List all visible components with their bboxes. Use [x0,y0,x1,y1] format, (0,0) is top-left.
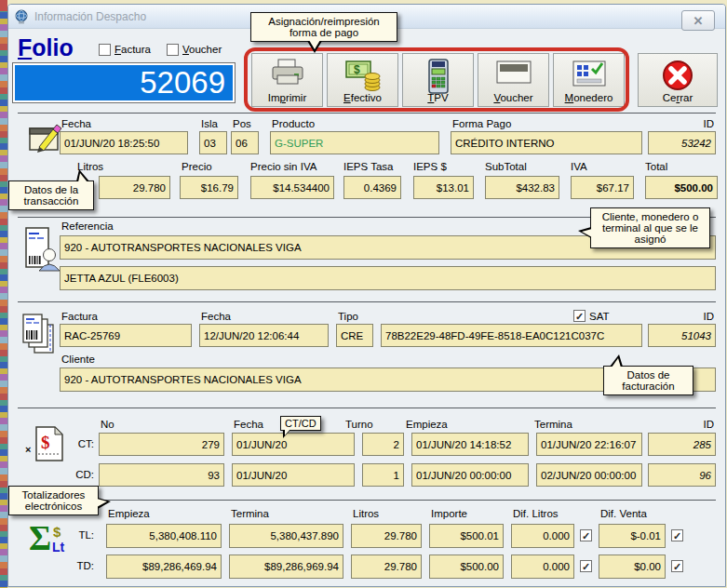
sat-checkbox[interactable]: ✓ [573,310,586,322]
customer-document-icon [24,226,60,273]
voucher-checkbox[interactable] [167,44,179,56]
tl-litros-field[interactable]: 29.780 [351,524,422,548]
imprimir-button-label: Imprimir [268,92,307,103]
dif-venta-label: Dif. Venta [600,508,647,519]
td-dif-litros-field[interactable]: 0.000 [511,555,574,579]
forma-pago-field[interactable]: CRÉDITO INTERNO [451,131,642,154]
folio-field[interactable]: 52069 [12,62,236,103]
factura-checkbox-label: Factura [114,44,151,55]
cd-label: CD: [64,469,94,480]
td-dif-venta-field[interactable]: $0.00 [599,555,666,579]
voucher-button[interactable]: Voucher [478,53,549,107]
payment-tooltip: Asignación/reimpresión forma de pago [250,12,397,42]
cd-id-field[interactable]: 96 [648,463,716,487]
td-importe-field[interactable]: $500.00 [429,555,504,579]
iva-label: IVA [571,161,587,172]
cd-turno-field[interactable]: 1 [362,463,404,487]
transaction-id-field[interactable]: 53242 [648,131,716,154]
turno-id-label: ID [688,419,714,430]
imprimir-button[interactable]: Imprimir [251,53,323,107]
forma-pago-label: Forma Pago [452,118,511,129]
cd-no-field[interactable]: 93 [99,463,224,487]
td-litros-field[interactable]: 29.780 [351,555,422,579]
tipo-label: Tipo [338,311,358,322]
window-title: Información Despacho [34,10,146,23]
close-button[interactable]: ✕ [681,10,715,31]
svg-text:$: $ [41,433,50,452]
tl-importe-field[interactable]: $500.01 [429,524,504,548]
ct-empieza-field[interactable]: 01/JUN/20 14:18:52 [411,433,529,456]
tpv-button[interactable]: TPV [402,53,474,107]
check-icon: ✓ [673,562,681,571]
factura-checkbox[interactable] [99,44,111,56]
uuid-field[interactable]: 78B22E29-48FD-49FE-8518-EA0C121C037C [381,324,642,347]
litros-field[interactable]: 29.780 [99,176,170,199]
factura-id-label: ID [688,311,714,322]
cd-empieza-field[interactable]: 01/JUN/20 00:00:00 [411,463,529,487]
turno-fecha-label: Fecha [234,419,263,430]
factura-fecha-label: Fecha [201,311,231,322]
ieps-tasa-field[interactable]: 0.4369 [343,176,401,199]
sigma-glyph: Σ [29,518,51,558]
monedero-button[interactable]: Monedero [553,53,625,107]
totalizers-tooltip: Totalizadores electrónicos [8,486,99,515]
svg-text:×: × [25,444,31,455]
ieps-label: IEPS $ [413,161,447,172]
subtotal-field[interactable]: $432.83 [485,176,559,199]
subtotal-label: SubTotal [485,161,527,172]
efectivo-button[interactable]: $ Efectivo [327,53,398,107]
ct-termina-field[interactable]: 01/JUN/20 22:16:07 [536,433,642,456]
pos-field[interactable]: 06 [231,131,259,154]
voucher-button-label: Voucher [493,92,532,103]
ct-no-field[interactable]: 279 [99,433,224,456]
referencia-vehiculo-field[interactable]: JETTA AZUL (FLE6003) [60,266,716,290]
precio-sin-iva-field[interactable]: $14.534400 [250,176,334,199]
wallet-card-icon [572,59,607,88]
sat-label: SAT [589,311,610,322]
precio-field[interactable]: $16.79 [180,176,238,199]
reference-tooltip: Cliente, monedero o terminal al que se l… [590,207,710,248]
referencia-label: Referencia [61,220,114,232]
td-empieza-field[interactable]: $89,286,469.94 [106,555,222,579]
cerrar-button[interactable]: Cerrar [638,53,718,107]
producto-field[interactable]: G-SUPER [270,131,439,154]
factura-field[interactable]: RAC-25769 [60,324,192,347]
tl-dif-venta-checkbox[interactable]: ✓ [671,529,683,541]
monedero-button-label: Monedero [565,92,613,103]
tl-termina-field[interactable]: 5,380,437.890 [229,524,343,548]
tl-dif-litros-checkbox[interactable]: ✓ [580,529,592,541]
sigma-lt-glyph: Lt [52,540,64,555]
tl-dif-litros-field[interactable]: 0.000 [511,524,574,548]
separator [18,408,716,408]
tipo-field[interactable]: CRE [336,324,373,347]
cd-termina-field[interactable]: 02/JUN/20 00:00:00 [536,463,642,487]
td-dif-venta-checkbox[interactable]: ✓ [671,560,683,572]
ieps-field[interactable]: $13.01 [413,176,474,199]
iva-field[interactable]: $67.17 [571,176,634,199]
fecha-field[interactable]: 01/JUN/20 18:25:50 [60,131,188,154]
factura-fecha-field[interactable]: 12/JUN/20 12:06:44 [199,324,329,347]
isla-field[interactable]: 03 [199,131,227,154]
turno-label: Turno [345,419,373,430]
td-dif-litros-checkbox[interactable]: ✓ [580,560,592,572]
total-field[interactable]: $500.00 [645,176,718,199]
ct-id-field[interactable]: 285 [648,433,716,456]
folio-label: Folio [18,34,74,61]
empieza-label: Empieza [406,419,448,430]
invoices-stack-icon [21,314,62,356]
check-icon: ✓ [582,531,590,541]
cd-fecha-field[interactable]: 01/JUN/20 [232,463,355,487]
factura-id-field[interactable]: 51043 [648,324,716,347]
tl-empieza-field[interactable]: 5,380,408.110 [106,524,222,548]
close-icon: ✕ [693,15,704,27]
separator [18,113,716,114]
money-ticket-icon: × $ [23,425,66,464]
ct-fecha-field[interactable]: 01/JUN/20 [232,433,355,456]
separator [18,301,716,302]
parent-window-edge [0,0,7,588]
check-icon: ✓ [673,531,681,541]
ct-turno-field[interactable]: 2 [362,433,404,456]
tl-dif-venta-field[interactable]: $-0.01 [599,524,666,548]
pos-label: Pos [233,118,251,129]
td-termina-field[interactable]: $89,286,969.94 [229,555,343,579]
